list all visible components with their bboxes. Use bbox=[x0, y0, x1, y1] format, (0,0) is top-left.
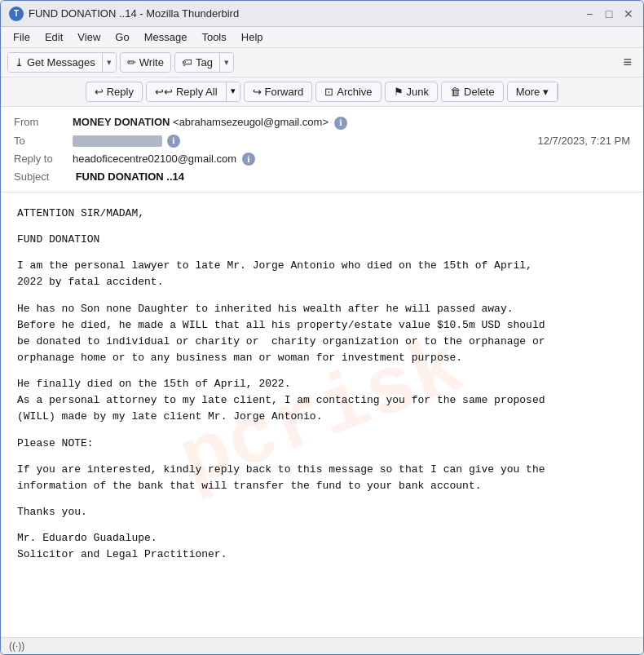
body-line-7: Thanks you. bbox=[17, 504, 627, 520]
delete-label: Delete bbox=[464, 86, 495, 98]
reply-to-value: headoficecentre02100@gmail.com ℹ bbox=[73, 153, 630, 166]
title-bar: T FUND DONATION ..14 - Mozilla Thunderbi… bbox=[1, 1, 643, 27]
more-label: More bbox=[516, 86, 540, 98]
subject-value: FUND DONATION ..14 bbox=[76, 170, 184, 183]
get-messages-icon: ⤓ bbox=[15, 56, 24, 69]
body-line-4: He finally died on the 15th of April, 20… bbox=[17, 376, 627, 425]
write-icon: ✏ bbox=[127, 56, 136, 69]
menu-view[interactable]: View bbox=[72, 29, 106, 45]
body-line-0: ATTENTION SIR/MADAM, bbox=[17, 206, 627, 222]
sound-icon: ((·)) bbox=[9, 640, 24, 652]
subject-label: Subject bbox=[14, 170, 73, 183]
to-info-icon[interactable]: ℹ bbox=[167, 135, 180, 148]
tag-button[interactable]: 🏷 Tag bbox=[175, 53, 220, 72]
from-value: MONEY DONATION <abrahamsezeugol@gmail.co… bbox=[73, 116, 630, 130]
menu-file[interactable]: File bbox=[7, 29, 36, 45]
window-title: FUND DONATION ..14 - Mozilla Thunderbird bbox=[29, 7, 239, 20]
get-messages-label: Get Messages bbox=[27, 56, 95, 69]
forward-button[interactable]: ↪ Forward bbox=[244, 82, 313, 102]
reply-to-label: Reply to bbox=[14, 153, 73, 165]
menu-go[interactable]: Go bbox=[109, 29, 135, 45]
thunderbird-window: T FUND DONATION ..14 - Mozilla Thunderbi… bbox=[0, 0, 644, 655]
from-row: From MONEY DONATION <abrahamsezeugol@gma… bbox=[14, 113, 630, 132]
app-icon: T bbox=[9, 7, 24, 21]
reply-all-label: Reply All bbox=[176, 86, 218, 98]
tag-icon: 🏷 bbox=[182, 56, 192, 69]
more-arrow-icon: ▾ bbox=[543, 86, 549, 98]
reply-all-icon: ↩↩ bbox=[155, 86, 173, 98]
from-info-icon[interactable]: ℹ bbox=[334, 117, 347, 130]
status-bar: ((·)) bbox=[1, 637, 643, 654]
from-email: <abrahamsezeugol@gmail.com> bbox=[173, 116, 329, 128]
tag-group: 🏷 Tag ▾ bbox=[174, 52, 234, 73]
forward-icon: ↪ bbox=[253, 86, 262, 98]
menu-edit[interactable]: Edit bbox=[39, 29, 68, 45]
delete-button[interactable]: 🗑 Delete bbox=[441, 82, 504, 102]
write-button[interactable]: ✏ Write bbox=[120, 52, 171, 73]
forward-label: Forward bbox=[265, 86, 304, 98]
reply-to-info-icon[interactable]: ℹ bbox=[242, 153, 255, 166]
reply-all-group: ↩↩ Reply All ▾ bbox=[146, 82, 240, 102]
window-controls: − □ ✕ bbox=[583, 7, 635, 20]
menu-bar: File Edit View Go Message Tools Help bbox=[1, 27, 643, 48]
from-name: MONEY DONATION bbox=[73, 116, 170, 128]
junk-label: Junk bbox=[407, 86, 429, 98]
reply-button[interactable]: ↩ Reply bbox=[86, 82, 143, 102]
to-redacted bbox=[73, 135, 162, 147]
tag-label: Tag bbox=[196, 56, 213, 69]
maximize-button[interactable]: □ bbox=[602, 7, 615, 20]
hamburger-menu[interactable]: ≡ bbox=[618, 52, 637, 73]
junk-icon: ⚑ bbox=[394, 86, 404, 98]
body-line-2: I am the personal lawyer to late Mr. Jor… bbox=[17, 258, 627, 290]
reply-to-row: Reply to headoficecentre02100@gmail.com … bbox=[14, 150, 630, 169]
reply-icon: ↩ bbox=[95, 86, 104, 98]
archive-button[interactable]: ⊡ Archive bbox=[315, 82, 381, 102]
reply-all-button[interactable]: ↩↩ Reply All bbox=[147, 82, 227, 101]
menu-tools[interactable]: Tools bbox=[196, 29, 232, 45]
more-group: More ▾ bbox=[507, 82, 559, 102]
email-header: From MONEY DONATION <abrahamsezeugol@gma… bbox=[1, 107, 643, 193]
write-label: Write bbox=[139, 56, 164, 69]
from-label: From bbox=[14, 116, 73, 128]
main-toolbar: ⤓ Get Messages ▾ ✏ Write 🏷 Tag ▾ ≡ bbox=[1, 48, 643, 77]
reply-label: Reply bbox=[107, 86, 134, 98]
to-row: To ℹ 12/7/2023, 7:21 PM bbox=[14, 132, 630, 150]
body-line-3: He has no Son none Daughter to inherited… bbox=[17, 301, 627, 367]
action-bar: ↩ Reply ↩↩ Reply All ▾ ↪ Forward ⊡ Archi… bbox=[1, 77, 643, 107]
to-label: To bbox=[14, 135, 73, 147]
body-line-5: Please NOTE: bbox=[17, 436, 627, 452]
more-button[interactable]: More ▾ bbox=[508, 82, 558, 101]
email-body-content: ATTENTION SIR/MADAM, FUND DONATION I am … bbox=[17, 206, 627, 563]
reply-all-dropdown[interactable]: ▾ bbox=[227, 82, 240, 101]
archive-icon: ⊡ bbox=[324, 86, 333, 98]
body-line-8: Mr. Eduardo Guadalupe.Solicitor and Lega… bbox=[17, 530, 627, 563]
minimize-button[interactable]: − bbox=[583, 7, 596, 20]
subject-row: Subject FUND DONATION ..14 bbox=[14, 168, 630, 185]
to-value: ℹ bbox=[73, 135, 538, 148]
get-messages-dropdown[interactable]: ▾ bbox=[103, 54, 116, 71]
email-body: pcrisk ATTENTION SIR/MADAM, FUND DONATIO… bbox=[1, 193, 643, 637]
get-messages-button[interactable]: ⤓ Get Messages bbox=[8, 53, 103, 72]
body-line-1: FUND DONATION bbox=[17, 232, 627, 248]
email-date: 12/7/2023, 7:21 PM bbox=[538, 135, 630, 147]
tag-dropdown[interactable]: ▾ bbox=[220, 54, 233, 71]
archive-label: Archive bbox=[337, 86, 372, 98]
close-button[interactable]: ✕ bbox=[622, 7, 635, 20]
get-messages-group: ⤓ Get Messages ▾ bbox=[7, 52, 117, 73]
delete-icon: 🗑 bbox=[450, 86, 461, 98]
junk-button[interactable]: ⚑ Junk bbox=[385, 82, 438, 102]
menu-message[interactable]: Message bbox=[139, 29, 193, 45]
reply-to-email: headoficecentre02100@gmail.com bbox=[73, 153, 236, 165]
menu-help[interactable]: Help bbox=[236, 29, 269, 45]
body-line-6: If you are interested, kindly reply back… bbox=[17, 462, 627, 494]
